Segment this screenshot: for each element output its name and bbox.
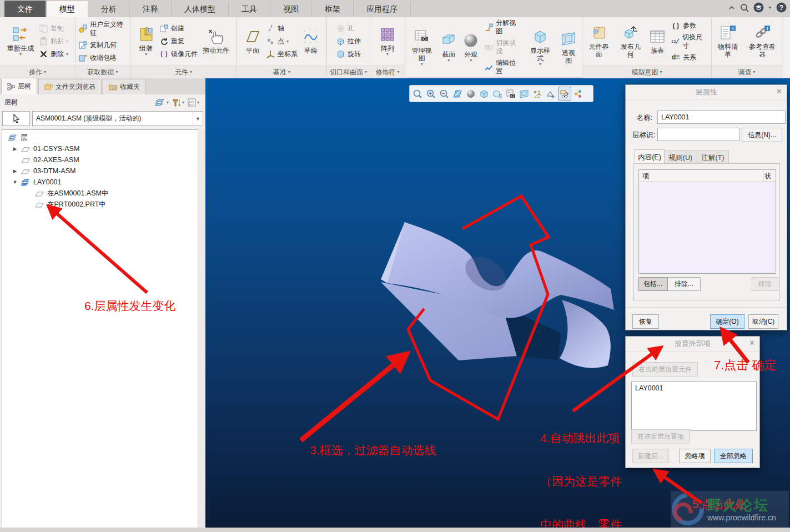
- group-label-datum[interactable]: 基准▾: [237, 66, 326, 78]
- layer-id-input[interactable]: [657, 128, 739, 141]
- annotation-display-icon[interactable]: [545, 87, 557, 100]
- tab-analysis[interactable]: 分析: [88, 1, 130, 17]
- copy-geometry-button[interactable]: 复制几何: [77, 40, 128, 51]
- relations-button[interactable]: d= 关系: [670, 53, 710, 62]
- parameters-button[interactable]: ( ) 参数: [670, 21, 710, 31]
- tree-item-01-csys-asm[interactable]: ▶ 01-CSYS-ASM: [2, 143, 198, 154]
- community-icon[interactable]: [753, 2, 764, 13]
- place-on-selected-layer-button[interactable]: 在选定层放置项: [631, 429, 690, 444]
- zoom-out-icon[interactable]: [438, 87, 450, 100]
- combobox-caret-icon[interactable]: ▼: [193, 112, 203, 125]
- sketch-button[interactable]: 草绘: [301, 27, 321, 56]
- ok-button[interactable]: 确定(O): [710, 314, 744, 329]
- saved-orientations-icon[interactable]: [491, 87, 504, 100]
- include-button[interactable]: 包括...: [638, 277, 667, 291]
- tree-item-in-prt0002[interactable]: 在PRT0002.PRT中: [2, 199, 198, 210]
- datum-display-icon[interactable]: [531, 87, 544, 100]
- group-label-operations[interactable]: 操作▾: [0, 66, 75, 78]
- search-icon[interactable]: [739, 3, 749, 13]
- remove-button[interactable]: 移除: [752, 277, 778, 291]
- group-label-get-data[interactable]: 获取数据▾: [76, 66, 130, 78]
- zoom-window-icon[interactable]: [411, 87, 424, 100]
- items-table[interactable]: 项 状: [638, 169, 776, 274]
- display-style-icon[interactable]: [478, 87, 490, 100]
- sections-button[interactable]: 截面 ▾: [439, 31, 459, 64]
- group-label-modifiers[interactable]: 修饰符▾: [370, 66, 405, 78]
- tab-manikin[interactable]: 人体模型: [172, 1, 229, 17]
- appearance-gallery-icon[interactable]: [572, 87, 585, 100]
- tab-framework[interactable]: 框架: [312, 1, 354, 17]
- paste-button[interactable]: 粘贴 ▾: [38, 36, 69, 47]
- tab-model[interactable]: 模型: [46, 0, 88, 17]
- tab-tools[interactable]: 工具: [229, 1, 270, 17]
- extrude-button[interactable]: 拉伸: [335, 36, 362, 47]
- close-icon[interactable]: ✕: [749, 339, 755, 347]
- shade-icon[interactable]: [465, 87, 477, 100]
- community-dropdown-icon[interactable]: [768, 6, 772, 10]
- info-button[interactable]: 信息(N)...: [742, 128, 782, 142]
- help-icon[interactable]: ?: [776, 2, 787, 13]
- zoom-in-icon[interactable]: [425, 87, 437, 100]
- new-layer-button[interactable]: 新建层...: [632, 449, 669, 463]
- list-item[interactable]: LAY0001: [635, 384, 663, 392]
- tree-item-03-dtm-asm[interactable]: ▶ 03-DTM-ASM: [2, 165, 198, 177]
- repeat-button[interactable]: 重复: [158, 36, 199, 47]
- switch-dimensions-button[interactable]: 15 切换尺寸: [670, 33, 710, 51]
- group-label-cut-surface[interactable]: 切口和曲面▾: [327, 66, 370, 78]
- tab-contents[interactable]: 内容(E): [635, 149, 665, 165]
- tree-item-in-asm0001[interactable]: 在ASM0001.ASM中: [2, 188, 198, 199]
- shrinkwrap-button[interactable]: 收缩包络: [77, 53, 128, 63]
- pattern-button[interactable]: 阵列 ▾: [378, 25, 397, 58]
- skip-item-button[interactable]: 忽略项: [679, 449, 711, 463]
- publish-geometry-button[interactable]: 发布几何: [616, 23, 645, 59]
- delete-button[interactable]: 删除 ▾: [38, 49, 69, 59]
- component-interface-button[interactable]: 元件界面: [584, 23, 613, 59]
- close-icon[interactable]: ✕: [776, 87, 782, 96]
- assemble-button[interactable]: 组装 ▾: [136, 25, 156, 58]
- name-input[interactable]: LAY0001: [657, 111, 786, 124]
- tree-scrollbar[interactable]: [198, 130, 205, 532]
- reference-viewer-button[interactable]: i 参考查看器: [744, 23, 780, 59]
- group-label-component[interactable]: 元件▾: [130, 66, 237, 78]
- regenerate-button[interactable]: 重新生成 ▾: [6, 25, 36, 58]
- plane-button[interactable]: 平面: [243, 27, 263, 56]
- perspective-icon[interactable]: [518, 87, 530, 100]
- expander-collapsed-icon[interactable]: ▶: [12, 168, 18, 174]
- active-model-combobox[interactable]: ASM0001.ASM (顶级模型，活动的) ▼: [32, 111, 203, 126]
- axis-button[interactable]: 轴: [265, 23, 299, 34]
- edit-position-button[interactable]: 编辑位置: [483, 58, 523, 76]
- skip-all-button[interactable]: 全部忽略: [714, 449, 753, 463]
- col-header-status[interactable]: 状: [763, 170, 776, 182]
- group-label-model-intent[interactable]: 模型意图▾: [582, 66, 711, 78]
- collapse-ribbon-icon[interactable]: [728, 4, 736, 12]
- revolve-button[interactable]: 旋转: [335, 49, 362, 59]
- display-style-button[interactable]: 显示样式 ▾: [525, 27, 555, 68]
- external-items-list[interactable]: LAY0001: [631, 382, 757, 431]
- group-label-investigate[interactable]: 调查▾: [712, 66, 782, 78]
- show-hide-icon[interactable]: [558, 87, 571, 101]
- toggle-status-button[interactable]: 切换状况: [483, 38, 523, 56]
- tab-applications[interactable]: 应用程序: [354, 1, 411, 17]
- udf-button[interactable]: 用户定义特征: [77, 20, 128, 38]
- drag-components-button[interactable]: 拖动元件: [201, 27, 231, 56]
- place-on-current-layer-button[interactable]: 在当前层放置元件: [632, 362, 698, 377]
- tab-layer-tree[interactable]: 层树: [1, 78, 37, 94]
- tab-view[interactable]: 视图: [270, 1, 312, 17]
- tree-item-02-axes-asm[interactable]: 02-AXES-ASM: [2, 154, 198, 165]
- col-header-item[interactable]: 项: [639, 170, 763, 182]
- copy-button[interactable]: 复制: [38, 23, 69, 34]
- mirror-component-button[interactable]: 镜像元件: [158, 49, 199, 59]
- tab-folder-browser[interactable]: 文件夹浏览器: [38, 79, 102, 94]
- bom-button[interactable]: i 物料清单: [713, 23, 742, 59]
- cancel-button[interactable]: 取消(C): [748, 314, 778, 329]
- csys-button[interactable]: 坐标系: [265, 49, 299, 59]
- appearances-button[interactable]: 外观 ▾: [461, 31, 481, 64]
- repaint-icon[interactable]: [451, 87, 464, 100]
- tree-item-layers-root[interactable]: 层: [2, 132, 198, 143]
- perspective-view-button[interactable]: 透视图: [557, 29, 580, 66]
- tree-item-lay0001[interactable]: ▼ LAY0001: [2, 177, 198, 188]
- layers-menu-button[interactable]: ▾: [153, 98, 170, 107]
- model-ribbon-curl[interactable]: [560, 300, 611, 368]
- exclude-button[interactable]: 排除...: [667, 277, 701, 291]
- point-button[interactable]: 点 ▾: [265, 36, 299, 47]
